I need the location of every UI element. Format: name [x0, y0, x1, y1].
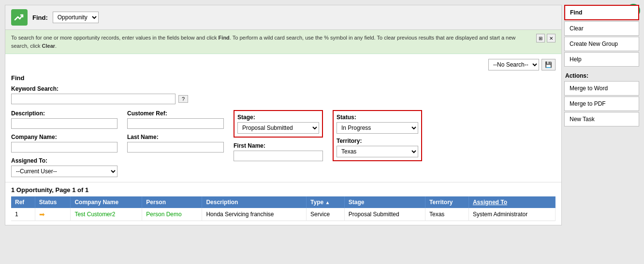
status-field-group: Status: In Progress Won Lost Dead	[337, 114, 418, 134]
col-person: Person	[142, 196, 202, 208]
info-bar: To search for one or more opportunity re…	[5, 30, 561, 54]
col-type: Type ▲	[307, 196, 345, 208]
company-name-input[interactable]	[11, 142, 117, 153]
actions-label: Actions:	[564, 72, 639, 79]
company-name-field-group: Company Name:	[11, 134, 117, 153]
customer-ref-input[interactable]	[127, 118, 224, 129]
create-new-group-button[interactable]: Create New Group	[564, 37, 639, 51]
cell-company-name: Test Customer2	[71, 208, 142, 221]
status-territory-block: Status: In Progress Won Lost Dead Territ…	[333, 110, 422, 161]
description-label: Description:	[11, 110, 117, 117]
save-search-button[interactable]: 💾	[542, 59, 556, 70]
col-territory: Territory	[425, 196, 469, 208]
app-logo	[11, 9, 28, 26]
status-select[interactable]: In Progress Won Lost Dead	[337, 122, 418, 134]
col-ref: Ref	[11, 196, 35, 208]
status-label: Status:	[337, 114, 418, 121]
results-table: Ref Status Company Name Person Descripti…	[11, 196, 556, 221]
info-bar-text: To search for one or more opportunity re…	[11, 34, 531, 50]
cell-description: Honda Servicing franchise	[202, 208, 307, 221]
col-stage: Stage	[344, 196, 425, 208]
keyword-row: Keyword Search: ?	[11, 85, 556, 104]
assigned-to-field-group: Assigned To: --Current User-- All Users …	[11, 157, 117, 177]
stage-label: Stage:	[237, 114, 319, 121]
keyword-label: Keyword Search:	[11, 85, 556, 92]
cell-assigned-to: System Administrator	[468, 208, 555, 221]
cell-person: Person Demo	[142, 208, 202, 221]
cell-territory: Texas	[425, 208, 469, 221]
info-close-icon-button[interactable]: ✕	[547, 34, 556, 42]
assigned-to-select[interactable]: --Current User-- All Users System Admini…	[11, 166, 117, 177]
assigned-to-sort-link[interactable]: Assigned To	[473, 199, 507, 206]
clear-button[interactable]: Clear	[564, 21, 639, 36]
saved-search-select[interactable]: --No Search--	[488, 59, 539, 70]
last-name-label: Last Name:	[127, 134, 224, 140]
find-label: Find:	[32, 14, 48, 21]
description-input[interactable]	[11, 118, 117, 129]
first-name-input[interactable]	[234, 151, 323, 161]
company-name-label: Company Name:	[11, 134, 117, 140]
cell-stage: Proposal Submitted	[344, 208, 425, 221]
cell-ref: 1	[11, 208, 35, 221]
find-type-select[interactable]: Opportunity Contact Lead Account	[53, 12, 99, 23]
col-description: Description	[202, 196, 307, 208]
info-bar-icons: ⊞ ✕	[536, 34, 556, 42]
first-name-field-group: First Name:	[234, 142, 323, 161]
header-bar: Find: Opportunity Contact Lead Account	[5, 5, 561, 30]
cell-type: Service	[307, 208, 345, 221]
first-name-label: First Name:	[234, 142, 323, 149]
territory-field-group: Territory: Texas California New York Flo…	[337, 138, 418, 157]
col-company-name: Company Name	[71, 196, 142, 208]
territory-select[interactable]: Texas California New York Florida	[337, 146, 418, 157]
col-status: Status	[35, 196, 71, 208]
new-task-button[interactable]: New Task	[564, 112, 639, 126]
description-field-group: Description:	[11, 110, 117, 129]
keyword-input[interactable]	[11, 94, 176, 104]
status-arrow-icon: ➡	[39, 210, 45, 218]
company-name-link[interactable]: Test Customer2	[74, 211, 115, 218]
right-sidebar: Find Clear Create New Group Help Actions…	[564, 5, 639, 127]
search-section: --No Search-- 💾 Find Keyword Search: ? D…	[5, 54, 561, 182]
stage-select[interactable]: Proposal Submitted Qualifying Needs Anal…	[237, 122, 319, 134]
merge-to-word-button[interactable]: Merge to Word	[564, 81, 639, 96]
info-grid-icon-button[interactable]: ⊞	[536, 34, 545, 42]
help-button[interactable]: Help	[564, 52, 639, 67]
customer-ref-label: Customer Ref:	[127, 110, 224, 117]
col-assigned-to: Assigned To	[468, 196, 555, 208]
find-section-title: Find	[11, 74, 556, 82]
table-header-row: Ref Status Company Name Person Descripti…	[11, 196, 556, 208]
table-row: 1 ➡ Test Customer2 Person Demo Honda Ser…	[11, 208, 556, 221]
territory-label: Territory:	[337, 138, 418, 144]
last-name-field-group: Last Name:	[127, 134, 224, 153]
search-top-row: --No Search-- 💾	[11, 59, 556, 70]
customer-ref-field-group: Customer Ref:	[127, 110, 224, 129]
stage-field-group: Stage: Proposal Submitted Qualifying Nee…	[234, 110, 323, 138]
person-link[interactable]: Person Demo	[146, 211, 181, 218]
assigned-to-label: Assigned To:	[11, 157, 117, 164]
last-name-input[interactable]	[127, 142, 224, 153]
merge-to-pdf-button[interactable]: Merge to PDF	[564, 97, 639, 111]
results-summary: 1 Opportunity, Page 1 of 1	[11, 186, 556, 194]
results-section: 1 Opportunity, Page 1 of 1 Ref Status Co…	[5, 182, 561, 225]
cell-status: ➡	[35, 208, 71, 221]
keyword-help-button[interactable]: ?	[178, 95, 188, 103]
find-button[interactable]: Find	[564, 5, 639, 20]
main-panel: Find: Opportunity Contact Lead Account T…	[5, 5, 562, 225]
